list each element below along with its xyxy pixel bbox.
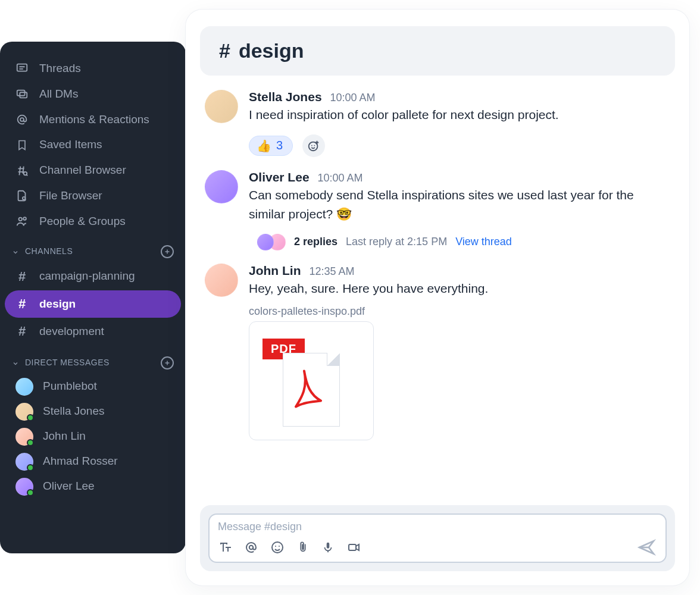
presence-indicator (27, 464, 34, 471)
file-attachment[interactable]: colors-palletes-inspo.pdf PDF (249, 305, 374, 440)
dm-pumblebot[interactable]: Pumblebot (5, 374, 181, 399)
attachment-button[interactable] (296, 540, 310, 555)
svg-rect-15 (327, 543, 330, 549)
view-thread-link[interactable]: View thread (455, 236, 512, 248)
presence-indicator (27, 489, 34, 496)
reaction-count: 3 (276, 139, 283, 152)
message-body: Hey, yeah, sure. Here you have everythin… (249, 279, 670, 299)
mention-button[interactable] (244, 540, 258, 555)
channel-name: design (239, 39, 304, 62)
message-author[interactable]: Oliver Lee (249, 170, 310, 184)
nav-label: Mentions & Reactions (39, 113, 149, 127)
channel-development[interactable]: # development (5, 318, 181, 345)
avatar[interactable] (205, 170, 238, 203)
svg-point-10 (314, 145, 315, 146)
sidebar-nav: Threads All DMs Mentions & Reactions (0, 56, 186, 234)
people-icon (15, 215, 29, 228)
message-body: I need inspiration of color pallete for … (249, 105, 670, 125)
channel-header[interactable]: # design (200, 26, 675, 76)
voice-button[interactable] (321, 540, 335, 555)
thread-summary[interactable]: 2 replies Last reply at 2:15 PM View thr… (249, 234, 670, 250)
message-timestamp: 10:00 AM (330, 92, 376, 104)
file-preview[interactable]: PDF (249, 321, 374, 440)
nav-channel-browser[interactable]: Channel Browser (5, 158, 181, 183)
svg-point-9 (311, 145, 312, 146)
nav-all-dms[interactable]: All DMs (5, 82, 181, 107)
nav-label: Channel Browser (39, 164, 126, 177)
dms-list: Pumblebot Stella Jones John Lin Ahmad Ro… (0, 374, 186, 499)
hash-search-icon (15, 164, 29, 177)
dm-stella-jones[interactable]: Stella Jones (5, 399, 181, 424)
svg-point-7 (23, 217, 26, 220)
message: Oliver Lee 10:00 AM Can somebody send St… (204, 161, 671, 254)
channel-campaign-planning[interactable]: # campaign-planning (5, 263, 181, 290)
emoji-button[interactable] (270, 540, 285, 555)
avatar (15, 378, 33, 396)
bookmark-icon (15, 139, 29, 152)
chevron-down-icon[interactable] (12, 359, 19, 367)
sidebar: Threads All DMs Mentions & Reactions (0, 42, 186, 553)
send-button[interactable] (636, 538, 657, 557)
channels-header-label: CHANNELS (25, 246, 73, 256)
message-composer[interactable] (208, 513, 667, 563)
svg-point-14 (279, 546, 280, 547)
channel-label: campaign-planning (39, 270, 135, 283)
nav-mentions[interactable]: Mentions & Reactions (5, 107, 181, 133)
reaction-thumbs-up[interactable]: 👍 3 (249, 136, 293, 156)
message-timestamp: 12:35 AM (310, 265, 355, 278)
add-dm-button[interactable] (161, 356, 174, 369)
svg-point-13 (275, 546, 276, 547)
channel-design[interactable]: # design (5, 290, 181, 318)
avatar[interactable] (205, 264, 238, 297)
avatar (15, 403, 33, 421)
svg-point-6 (19, 218, 23, 221)
channel-label: development (39, 325, 104, 339)
thread-reply-count: 2 replies (294, 236, 338, 248)
nav-label: Threads (39, 62, 81, 76)
avatar (15, 428, 33, 446)
thread-last-reply: Last reply at 2:15 PM (346, 236, 447, 248)
video-button[interactable] (346, 540, 362, 555)
message: Stella Jones 10:00 AM I need inspiration… (204, 80, 671, 161)
add-reaction-button[interactable] (302, 134, 325, 157)
pdf-icon (283, 353, 340, 427)
avatar[interactable] (205, 90, 238, 123)
channels-section-header: CHANNELS (0, 234, 186, 263)
dms-header-label: DIRECT MESSAGES (25, 358, 110, 368)
chevron-down-icon[interactable] (12, 248, 19, 255)
presence-indicator (27, 439, 34, 446)
main-panel: # design Stella Jones 10:00 AM I need in… (186, 10, 689, 585)
nav-label: Saved Items (39, 138, 102, 152)
dm-label: Stella Jones (43, 405, 105, 418)
message: John Lin 12:35 AM Hey, yeah, sure. Here … (204, 254, 671, 444)
message-body: Can somebody send Stella inspirations si… (249, 186, 670, 224)
nav-people[interactable]: People & Groups (5, 209, 181, 234)
acrobat-icon (292, 367, 330, 415)
nav-saved[interactable]: Saved Items (5, 132, 181, 158)
add-channel-button[interactable] (161, 245, 174, 258)
composer-container (200, 505, 675, 571)
svg-point-8 (309, 142, 318, 151)
hash-icon: # (15, 324, 29, 339)
nav-file-browser[interactable]: File Browser (5, 183, 181, 209)
hash-icon: # (15, 269, 29, 284)
svg-point-5 (23, 197, 26, 200)
message-author[interactable]: John Lin (249, 264, 301, 278)
dm-oliver-lee[interactable]: Oliver Lee (5, 474, 181, 499)
svg-rect-16 (349, 544, 356, 550)
dm-john-lin[interactable]: John Lin (5, 424, 181, 449)
nav-label: File Browser (39, 189, 102, 203)
message-input[interactable] (218, 521, 657, 533)
svg-point-12 (272, 542, 283, 553)
nav-label: People & Groups (39, 215, 126, 228)
file-search-icon (15, 189, 29, 202)
svg-rect-0 (17, 64, 27, 71)
channel-label: design (39, 298, 76, 311)
dms-section-header: DIRECT MESSAGES (0, 346, 186, 374)
dm-label: Oliver Lee (43, 480, 95, 493)
presence-indicator (27, 414, 34, 421)
formatting-button[interactable] (218, 540, 232, 555)
nav-threads[interactable]: Threads (5, 56, 181, 82)
message-author[interactable]: Stella Jones (249, 90, 322, 104)
dm-ahmad-rosser[interactable]: Ahmad Rosser (5, 449, 181, 474)
